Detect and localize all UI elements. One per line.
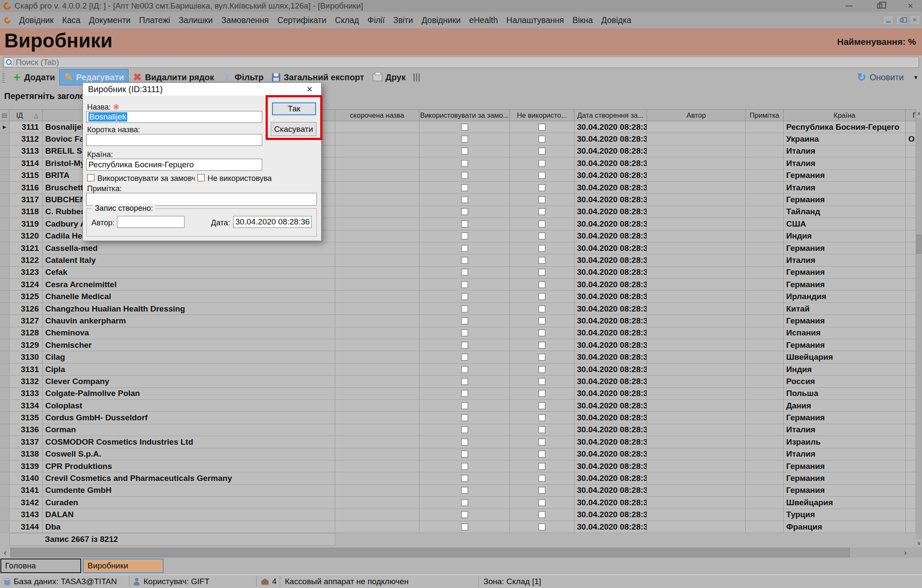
menu-item-вікна[interactable]: Вікна: [568, 14, 597, 27]
horizontal-scroll-thumb[interactable]: [10, 548, 850, 557]
print-button[interactable]: Друк: [369, 71, 410, 84]
row-checkbox[interactable]: [461, 342, 468, 349]
row-checkbox[interactable]: [461, 439, 468, 445]
name-field[interactable]: Bosnalijek: [86, 111, 262, 123]
column-header-0[interactable]: [0, 110, 9, 121]
row-checkbox[interactable]: [461, 257, 468, 264]
row-checkbox[interactable]: [539, 342, 545, 349]
row-checkbox[interactable]: [461, 451, 468, 457]
column-header-6[interactable]: Дата створення за...: [574, 110, 647, 121]
table-row[interactable]: 3130Cilag30.04.2020 08:28:36Швейцария: [0, 351, 916, 363]
table-row[interactable]: 3139CPR Produktions30.04.2020 08:28:36Ге…: [0, 460, 916, 472]
refresh-button[interactable]: ↻ Оновити: [852, 69, 908, 86]
table-row[interactable]: 3140Crevil Cosmetics and Pharmaceuticals…: [0, 472, 916, 484]
row-checkbox[interactable]: [539, 390, 545, 397]
menu-item-сертифікати[interactable]: Сертифікати: [273, 14, 331, 27]
row-checkbox[interactable]: [461, 378, 468, 385]
row-checkbox[interactable]: [539, 172, 545, 179]
table-row[interactable]: 3141Cumdente GmbH30.04.2020 08:28:36Герм…: [0, 485, 916, 497]
row-checkbox[interactable]: [461, 366, 468, 373]
grid-options-icon[interactable]: [2, 113, 7, 118]
dialog-titlebar[interactable]: Виробник (ID:3111): [83, 83, 321, 96]
row-checkbox[interactable]: [461, 317, 468, 324]
close-button[interactable]: ×: [905, 0, 916, 12]
export-button[interactable]: Загальний експорт: [268, 71, 368, 84]
column-header-5[interactable]: Не використо...: [510, 110, 574, 121]
table-row[interactable]: 3137COSMODOR Cosmetics Industries Ltd30.…: [0, 436, 916, 448]
mdi-close-button[interactable]: ×: [909, 15, 920, 25]
table-row[interactable]: 3122Catalent Italy30.04.2020 08:28:36Ита…: [0, 254, 916, 266]
menu-item-звіти[interactable]: Звіти: [389, 14, 417, 27]
row-checkbox[interactable]: [539, 366, 545, 373]
filter-button[interactable]: Фільтр: [218, 71, 268, 84]
row-checkbox[interactable]: [539, 451, 545, 457]
tab-manufacturers[interactable]: Виробники: [83, 559, 164, 573]
row-checkbox[interactable]: [539, 148, 545, 154]
row-checkbox[interactable]: [539, 293, 545, 300]
row-checkbox[interactable]: [461, 426, 468, 433]
row-checkbox[interactable]: [461, 136, 468, 143]
row-checkbox[interactable]: [539, 499, 545, 506]
country-field[interactable]: Республика Босния-Герцего: [86, 159, 262, 171]
row-checkbox[interactable]: [461, 184, 468, 191]
vertical-scroll-thumb[interactable]: [916, 235, 922, 254]
row-checkbox[interactable]: [539, 136, 545, 143]
table-row[interactable]: 3134Coloplast30.04.2020 08:28:36Дания: [0, 400, 916, 412]
table-row[interactable]: 3144Dba30.04.2020 08:28:36Франция: [0, 521, 916, 533]
row-checkbox[interactable]: [539, 354, 545, 361]
row-checkbox[interactable]: [539, 524, 545, 530]
menu-item-документи[interactable]: Документи: [85, 14, 135, 27]
row-checkbox[interactable]: [539, 329, 545, 336]
search-input[interactable]: Поиск (Tab): [3, 57, 919, 68]
table-row[interactable]: 3127Chauvin ankerpharm30.04.2020 08:28:3…: [0, 315, 916, 327]
table-row[interactable]: 3125Chanelle Medical30.04.2020 08:28:36И…: [0, 291, 916, 303]
scroll-right-arrow-icon[interactable]: ›: [900, 547, 910, 558]
table-row[interactable]: 3124Cesra Arcneimittel30.04.2020 08:28:3…: [0, 279, 916, 291]
row-checkbox[interactable]: [539, 221, 545, 227]
column-header-4[interactable]: Використовувати за замо...: [419, 110, 510, 121]
column-header-1[interactable]: ІД△: [9, 110, 43, 121]
row-checkbox[interactable]: [539, 281, 545, 288]
table-row[interactable]: 3133Colgate-Palmolive Polan30.04.2020 08…: [0, 388, 916, 400]
dialog-close-icon[interactable]: ×: [303, 83, 316, 96]
add-button[interactable]: + Додати: [9, 71, 59, 84]
table-row[interactable]: 3135Cordus GmbH- Dusseldorf30.04.2020 08…: [0, 412, 916, 424]
short-name-field[interactable]: [86, 134, 262, 146]
row-checkbox[interactable]: [461, 511, 468, 518]
row-checkbox[interactable]: [539, 208, 545, 215]
column-header-7[interactable]: Автор: [647, 110, 746, 121]
row-checkbox[interactable]: [539, 306, 545, 312]
row-checkbox[interactable]: [461, 221, 468, 227]
row-checkbox[interactable]: [461, 208, 468, 215]
row-checkbox[interactable]: [539, 426, 545, 433]
row-checkbox[interactable]: [461, 148, 468, 154]
columns-icon[interactable]: [413, 73, 421, 82]
menu-item-замовлення[interactable]: Замовлення: [217, 14, 273, 27]
menu-item-довідка[interactable]: Довідка: [597, 14, 635, 27]
row-checkbox[interactable]: [539, 245, 545, 252]
row-checkbox[interactable]: [461, 329, 468, 336]
table-row[interactable]: 3121Cassella-med30.04.2020 08:28:36Герма…: [0, 242, 916, 254]
menu-item-каса[interactable]: Каса: [58, 14, 85, 27]
row-checkbox[interactable]: [461, 233, 468, 239]
row-checkbox[interactable]: [461, 306, 468, 312]
row-checkbox[interactable]: [461, 172, 468, 179]
row-checkbox[interactable]: [461, 390, 468, 397]
row-checkbox[interactable]: [461, 463, 468, 470]
tab-home[interactable]: Головна: [0, 559, 81, 573]
do-not-use-checkbox[interactable]: [197, 174, 205, 181]
use-by-default-checkbox[interactable]: [87, 174, 94, 181]
menu-item-ehealth[interactable]: eHealth: [465, 14, 502, 27]
row-checkbox[interactable]: [461, 269, 468, 276]
row-checkbox[interactable]: [461, 414, 468, 421]
scroll-up-arrow-icon[interactable]: ∧: [916, 109, 922, 118]
table-row[interactable]: 3136Corman30.04.2020 08:28:36Италия: [0, 424, 916, 436]
row-checkbox[interactable]: [539, 184, 545, 191]
row-checkbox[interactable]: [539, 269, 545, 276]
menu-item-платежі[interactable]: Платежі: [135, 14, 175, 27]
date-field[interactable]: 30.04.2020 08:28:36: [233, 216, 312, 228]
row-checkbox[interactable]: [539, 439, 545, 445]
row-checkbox[interactable]: [461, 354, 468, 361]
row-checkbox[interactable]: [461, 245, 468, 252]
row-checkbox[interactable]: [461, 196, 468, 203]
